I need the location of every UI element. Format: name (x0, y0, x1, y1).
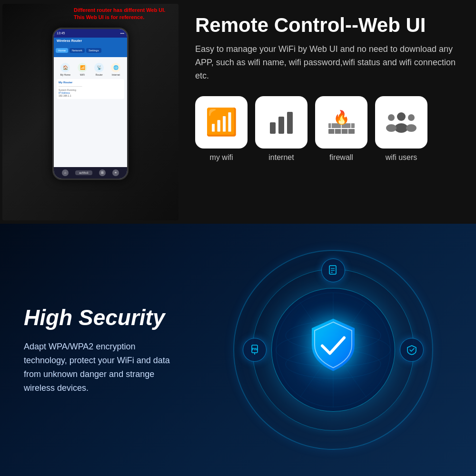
internet-feature-icon-box (255, 96, 307, 149)
phone-icon-internet: 🌐 Internet (111, 63, 120, 76)
badge-right (400, 338, 424, 362)
phone-icon-wifi: 📶 WiFi (78, 63, 87, 76)
svg-point-14 (386, 124, 397, 132)
section-desc: Easy to manage your WiFi by Web UI and n… (195, 43, 457, 83)
svg-rect-24 (329, 266, 336, 274)
wifi-icon: 📶 (78, 63, 87, 72)
svg-point-12 (395, 123, 408, 133)
svg-point-16 (406, 124, 416, 132)
phone-tab-network[interactable]: Network (69, 48, 85, 53)
router-icon: 📡 (94, 63, 104, 72)
top-section: Different router has different Web UI. T… (0, 0, 476, 224)
phone-nav-bar: Home Network Settings (54, 44, 127, 57)
wifi-feature-icon-box: 📶 (195, 96, 248, 149)
grid-icon: ⊞ (99, 169, 106, 176)
svg-point-13 (388, 114, 395, 121)
globe-container: PIN (228, 245, 438, 455)
right-content: Remote Control--Web UI Easy to manage yo… (181, 0, 476, 224)
security-title: High Security (24, 305, 176, 330)
phone-area: Different router has different Web UI. T… (0, 0, 181, 224)
phone-tab-settings[interactable]: Settings (86, 48, 101, 53)
phone-bottom-bar: ⌂ ac55v3 ⊞ ≡ (54, 167, 127, 178)
reference-note: Different router has different Web UI. T… (74, 7, 165, 21)
badge-left: PIN (243, 338, 267, 362)
document-icon (328, 265, 338, 276)
svg-text:PIN: PIN (252, 347, 258, 351)
internet-feature-label: internet (268, 153, 294, 162)
orb-area: PIN (190, 224, 476, 476)
shield-icon (307, 317, 359, 384)
shield-svg (307, 317, 359, 374)
home-bottom-icon: ⌂ (62, 169, 69, 176)
bar-chart-icon (267, 108, 296, 137)
users-symbol-icon (385, 108, 418, 137)
feature-wifi-users: wifi users (375, 96, 427, 162)
security-desc: Adapt WPA/WPA2 encryption technology, pr… (24, 340, 176, 395)
features-row: 📶 my wifi internet (195, 96, 457, 162)
feature-internet: internet (255, 96, 307, 162)
hand-background: 13:45 ▪▪▪▪ Wireless Router Home Network … (2, 4, 178, 220)
bottom-left: High Security Adapt WPA/WPA2 encryption … (0, 281, 200, 418)
phone-icon-home: 🏠 My Home (60, 63, 70, 76)
menu-icon: ≡ (112, 169, 119, 176)
firewall-symbol-icon: 🔥 (326, 107, 357, 138)
section-title: Remote Control--Web UI (195, 14, 457, 36)
svg-text:🔥: 🔥 (333, 109, 349, 125)
svg-rect-2 (287, 112, 293, 134)
internet-icon: 🌐 (111, 63, 120, 72)
svg-rect-1 (278, 117, 284, 134)
phone-info-box: My Router ────────────── System Running … (57, 79, 124, 99)
feature-firewall: 🔥 firewall (315, 96, 367, 162)
phone-icons-row: 🏠 My Home 📶 WiFi 📡 Router (57, 63, 124, 76)
svg-rect-0 (270, 122, 276, 134)
phone-status-bar: 13:45 ▪▪▪▪ (54, 29, 127, 38)
phone-content: 🏠 My Home 📶 WiFi 📡 Router (54, 57, 127, 167)
phone-screen: 13:45 ▪▪▪▪ Wireless Router Home Network … (54, 29, 127, 178)
pin-icon: PIN (249, 345, 260, 355)
firewall-feature-label: firewall (329, 153, 353, 162)
svg-point-11 (397, 112, 406, 121)
phone-mockup: 13:45 ▪▪▪▪ Wireless Router Home Network … (52, 28, 129, 180)
phone-tab-home[interactable]: Home (56, 48, 68, 53)
wifi-users-feature-label: wifi users (386, 153, 417, 162)
phone-search-bar: ac55v3 (75, 170, 92, 175)
bottom-section: High Security Adapt WPA/WPA2 encryption … (0, 224, 476, 476)
feature-my-wifi: 📶 my wifi (195, 96, 248, 162)
home-icon: 🏠 (60, 63, 70, 72)
wifi-feature-label: my wifi (210, 153, 233, 162)
svg-point-15 (408, 114, 415, 121)
badge-top (321, 258, 345, 282)
wifi-users-feature-icon-box (375, 96, 427, 149)
phone-icon-router: 📡 Router (94, 63, 104, 76)
firewall-feature-icon-box: 🔥 (315, 96, 367, 149)
phone-router-label: Wireless Router (54, 38, 127, 44)
wifi-symbol-icon: 📶 (205, 107, 238, 138)
shield-badge-icon (407, 345, 417, 355)
